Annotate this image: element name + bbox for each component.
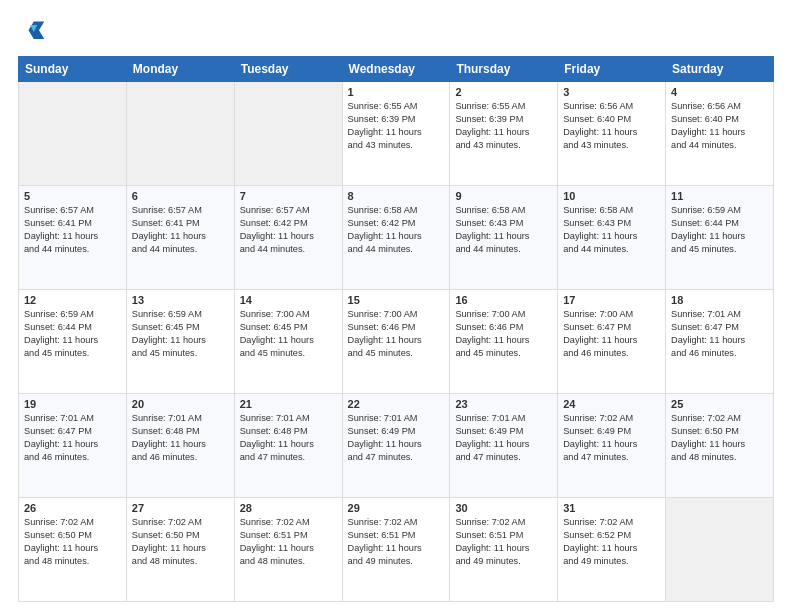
- weekday-header: Tuesday: [234, 57, 342, 82]
- calendar-cell: 2Sunrise: 6:55 AM Sunset: 6:39 PM Daylig…: [450, 82, 558, 186]
- header: [18, 18, 774, 46]
- weekday-header: Friday: [558, 57, 666, 82]
- day-number: 30: [455, 502, 552, 514]
- day-info: Sunrise: 7:00 AM Sunset: 6:45 PM Dayligh…: [240, 308, 337, 360]
- day-info: Sunrise: 6:59 AM Sunset: 6:45 PM Dayligh…: [132, 308, 229, 360]
- day-info: Sunrise: 7:02 AM Sunset: 6:50 PM Dayligh…: [132, 516, 229, 568]
- day-info: Sunrise: 6:57 AM Sunset: 6:41 PM Dayligh…: [132, 204, 229, 256]
- day-info: Sunrise: 6:58 AM Sunset: 6:43 PM Dayligh…: [563, 204, 660, 256]
- calendar-cell: 4Sunrise: 6:56 AM Sunset: 6:40 PM Daylig…: [666, 82, 774, 186]
- day-info: Sunrise: 7:01 AM Sunset: 6:49 PM Dayligh…: [455, 412, 552, 464]
- day-number: 17: [563, 294, 660, 306]
- day-number: 18: [671, 294, 768, 306]
- calendar-cell: 8Sunrise: 6:58 AM Sunset: 6:42 PM Daylig…: [342, 186, 450, 290]
- day-info: Sunrise: 6:57 AM Sunset: 6:41 PM Dayligh…: [24, 204, 121, 256]
- day-info: Sunrise: 7:02 AM Sunset: 6:49 PM Dayligh…: [563, 412, 660, 464]
- day-number: 2: [455, 86, 552, 98]
- calendar-cell: 11Sunrise: 6:59 AM Sunset: 6:44 PM Dayli…: [666, 186, 774, 290]
- day-number: 6: [132, 190, 229, 202]
- page: SundayMondayTuesdayWednesdayThursdayFrid…: [0, 0, 792, 612]
- logo: [18, 18, 50, 46]
- day-info: Sunrise: 7:01 AM Sunset: 6:47 PM Dayligh…: [671, 308, 768, 360]
- day-info: Sunrise: 7:02 AM Sunset: 6:52 PM Dayligh…: [563, 516, 660, 568]
- calendar-cell: 17Sunrise: 7:00 AM Sunset: 6:47 PM Dayli…: [558, 290, 666, 394]
- calendar-cell: 10Sunrise: 6:58 AM Sunset: 6:43 PM Dayli…: [558, 186, 666, 290]
- day-info: Sunrise: 6:56 AM Sunset: 6:40 PM Dayligh…: [671, 100, 768, 152]
- calendar-week-row: 5Sunrise: 6:57 AM Sunset: 6:41 PM Daylig…: [19, 186, 774, 290]
- weekday-header: Wednesday: [342, 57, 450, 82]
- calendar-table: SundayMondayTuesdayWednesdayThursdayFrid…: [18, 56, 774, 602]
- day-number: 25: [671, 398, 768, 410]
- calendar-cell: 19Sunrise: 7:01 AM Sunset: 6:47 PM Dayli…: [19, 394, 127, 498]
- calendar-cell: [666, 498, 774, 602]
- day-number: 19: [24, 398, 121, 410]
- day-number: 24: [563, 398, 660, 410]
- calendar-cell: 3Sunrise: 6:56 AM Sunset: 6:40 PM Daylig…: [558, 82, 666, 186]
- day-number: 27: [132, 502, 229, 514]
- day-info: Sunrise: 6:58 AM Sunset: 6:43 PM Dayligh…: [455, 204, 552, 256]
- calendar-cell: 16Sunrise: 7:00 AM Sunset: 6:46 PM Dayli…: [450, 290, 558, 394]
- calendar-cell: 14Sunrise: 7:00 AM Sunset: 6:45 PM Dayli…: [234, 290, 342, 394]
- calendar-cell: 7Sunrise: 6:57 AM Sunset: 6:42 PM Daylig…: [234, 186, 342, 290]
- day-info: Sunrise: 7:01 AM Sunset: 6:48 PM Dayligh…: [132, 412, 229, 464]
- day-number: 26: [24, 502, 121, 514]
- day-number: 28: [240, 502, 337, 514]
- day-info: Sunrise: 7:01 AM Sunset: 6:47 PM Dayligh…: [24, 412, 121, 464]
- day-info: Sunrise: 6:59 AM Sunset: 6:44 PM Dayligh…: [24, 308, 121, 360]
- calendar-cell: 6Sunrise: 6:57 AM Sunset: 6:41 PM Daylig…: [126, 186, 234, 290]
- calendar-cell: 9Sunrise: 6:58 AM Sunset: 6:43 PM Daylig…: [450, 186, 558, 290]
- day-info: Sunrise: 7:01 AM Sunset: 6:49 PM Dayligh…: [348, 412, 445, 464]
- calendar-cell: 12Sunrise: 6:59 AM Sunset: 6:44 PM Dayli…: [19, 290, 127, 394]
- day-info: Sunrise: 6:55 AM Sunset: 6:39 PM Dayligh…: [348, 100, 445, 152]
- day-number: 9: [455, 190, 552, 202]
- day-info: Sunrise: 7:02 AM Sunset: 6:51 PM Dayligh…: [240, 516, 337, 568]
- day-info: Sunrise: 7:01 AM Sunset: 6:48 PM Dayligh…: [240, 412, 337, 464]
- calendar-cell: [19, 82, 127, 186]
- day-number: 20: [132, 398, 229, 410]
- day-number: 23: [455, 398, 552, 410]
- calendar-cell: 1Sunrise: 6:55 AM Sunset: 6:39 PM Daylig…: [342, 82, 450, 186]
- calendar-cell: 13Sunrise: 6:59 AM Sunset: 6:45 PM Dayli…: [126, 290, 234, 394]
- calendar-week-row: 26Sunrise: 7:02 AM Sunset: 6:50 PM Dayli…: [19, 498, 774, 602]
- day-info: Sunrise: 7:02 AM Sunset: 6:51 PM Dayligh…: [348, 516, 445, 568]
- day-info: Sunrise: 6:57 AM Sunset: 6:42 PM Dayligh…: [240, 204, 337, 256]
- day-number: 7: [240, 190, 337, 202]
- calendar-week-row: 12Sunrise: 6:59 AM Sunset: 6:44 PM Dayli…: [19, 290, 774, 394]
- calendar-cell: 23Sunrise: 7:01 AM Sunset: 6:49 PM Dayli…: [450, 394, 558, 498]
- day-number: 16: [455, 294, 552, 306]
- day-number: 4: [671, 86, 768, 98]
- calendar-cell: 27Sunrise: 7:02 AM Sunset: 6:50 PM Dayli…: [126, 498, 234, 602]
- day-number: 15: [348, 294, 445, 306]
- calendar-cell: [126, 82, 234, 186]
- day-info: Sunrise: 7:00 AM Sunset: 6:46 PM Dayligh…: [348, 308, 445, 360]
- day-number: 3: [563, 86, 660, 98]
- calendar-week-row: 19Sunrise: 7:01 AM Sunset: 6:47 PM Dayli…: [19, 394, 774, 498]
- calendar-week-row: 1Sunrise: 6:55 AM Sunset: 6:39 PM Daylig…: [19, 82, 774, 186]
- calendar-cell: 28Sunrise: 7:02 AM Sunset: 6:51 PM Dayli…: [234, 498, 342, 602]
- day-number: 10: [563, 190, 660, 202]
- day-number: 22: [348, 398, 445, 410]
- calendar-cell: 29Sunrise: 7:02 AM Sunset: 6:51 PM Dayli…: [342, 498, 450, 602]
- day-number: 31: [563, 502, 660, 514]
- calendar-cell: 24Sunrise: 7:02 AM Sunset: 6:49 PM Dayli…: [558, 394, 666, 498]
- logo-icon: [18, 18, 46, 46]
- weekday-header: Thursday: [450, 57, 558, 82]
- calendar-cell: 5Sunrise: 6:57 AM Sunset: 6:41 PM Daylig…: [19, 186, 127, 290]
- calendar-cell: 21Sunrise: 7:01 AM Sunset: 6:48 PM Dayli…: [234, 394, 342, 498]
- calendar-cell: 22Sunrise: 7:01 AM Sunset: 6:49 PM Dayli…: [342, 394, 450, 498]
- day-number: 1: [348, 86, 445, 98]
- day-number: 11: [671, 190, 768, 202]
- day-info: Sunrise: 7:02 AM Sunset: 6:50 PM Dayligh…: [24, 516, 121, 568]
- weekday-header: Monday: [126, 57, 234, 82]
- calendar-cell: 15Sunrise: 7:00 AM Sunset: 6:46 PM Dayli…: [342, 290, 450, 394]
- day-info: Sunrise: 7:02 AM Sunset: 6:51 PM Dayligh…: [455, 516, 552, 568]
- day-number: 13: [132, 294, 229, 306]
- calendar-header-row: SundayMondayTuesdayWednesdayThursdayFrid…: [19, 57, 774, 82]
- day-info: Sunrise: 6:59 AM Sunset: 6:44 PM Dayligh…: [671, 204, 768, 256]
- calendar-cell: 25Sunrise: 7:02 AM Sunset: 6:50 PM Dayli…: [666, 394, 774, 498]
- day-number: 29: [348, 502, 445, 514]
- day-info: Sunrise: 6:58 AM Sunset: 6:42 PM Dayligh…: [348, 204, 445, 256]
- calendar-cell: 30Sunrise: 7:02 AM Sunset: 6:51 PM Dayli…: [450, 498, 558, 602]
- weekday-header: Saturday: [666, 57, 774, 82]
- day-info: Sunrise: 6:55 AM Sunset: 6:39 PM Dayligh…: [455, 100, 552, 152]
